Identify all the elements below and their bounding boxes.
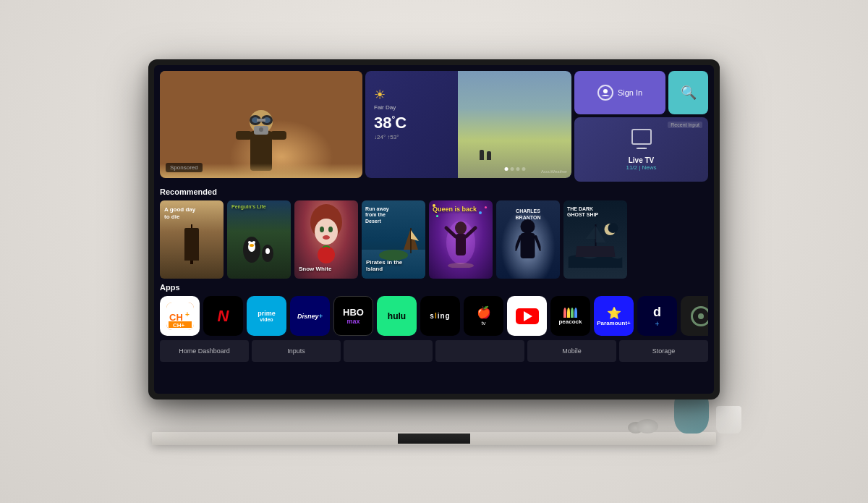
youtube-logo [516, 308, 539, 324]
rec-card-2[interactable]: Penguin's Life [227, 200, 291, 279]
bottom-nav: Home Dashboard Inputs Mobile Storage [154, 337, 714, 365]
livetv-label: Live TV [629, 156, 655, 164]
livetv-channel: 11/2 | News [626, 164, 656, 171]
app-ch[interactable]: CH + CH+ [160, 296, 200, 336]
rec-card-title-5: Queen is back [433, 206, 489, 214]
sling-logo: sling [430, 312, 450, 320]
rec-card-title-7: THE DARKGHOST SHIP [567, 206, 624, 219]
rec-card-art-6 [496, 200, 560, 279]
top-right-row: Sign In 🔍 [574, 71, 708, 114]
nav-home-label: Home Dashboard [179, 347, 230, 355]
app-disney[interactable]: Disney+ [290, 296, 330, 336]
svg-rect-8 [257, 119, 265, 122]
svg-point-22 [252, 241, 255, 244]
rec-card-title-3: Snow White [299, 266, 354, 273]
rec-card-6[interactable]: CHARLESBRANTON [496, 200, 560, 279]
svg-point-29 [320, 227, 324, 232]
signin-label: Sign In [618, 88, 642, 97]
svg-point-37 [455, 221, 467, 234]
app-peacock[interactable]: peacock [550, 296, 590, 336]
rec-card-3[interactable]: Snow White [294, 200, 358, 279]
nav-storage-label: Storage [652, 347, 676, 355]
svg-rect-12 [190, 246, 193, 264]
rec-card-art-2 [227, 200, 291, 279]
svg-point-11 [603, 89, 608, 93]
dot-1 [504, 167, 508, 171]
sponsored-badge: Sponsored [166, 163, 203, 172]
svg-point-23 [250, 244, 254, 247]
svg-point-32 [318, 246, 335, 263]
hbo-logo: HBO max [343, 307, 364, 325]
svg-point-21 [248, 241, 251, 244]
apps-section: Apps CH + [154, 280, 714, 337]
app-hulu[interactable]: hulu [377, 296, 417, 336]
rec-card-5[interactable]: Queen is back [429, 200, 493, 279]
svg-line-45 [536, 237, 541, 250]
recommended-section: Recommended [154, 185, 714, 280]
tv-stand [398, 434, 470, 444]
hero-section: Sponsored ™ 06:30 ☀ Fair Day 38°C ↓24° ↑… [154, 65, 714, 185]
svg-line-44 [516, 237, 521, 250]
app-prime[interactable]: prime video [247, 296, 286, 336]
nav-mobile[interactable]: Mobile [527, 340, 616, 362]
figure-2 [487, 151, 491, 160]
weather-card[interactable]: ™ 06:30 ☀ Fair Day 38°C ↓24° ↑53° [365, 71, 571, 178]
recent-input-label: Recent Input [668, 122, 702, 128]
app-sling[interactable]: sling [420, 296, 460, 336]
app-proton[interactable] [681, 296, 708, 336]
nav-menu3[interactable] [344, 340, 433, 362]
rec-card-title-1: A good dayto die [164, 206, 195, 220]
svg-text:CH: CH [169, 312, 183, 323]
svg-rect-2 [271, 131, 286, 140]
nav-inputs-label: Inputs [287, 347, 305, 355]
svg-point-28 [315, 219, 338, 245]
nav-storage[interactable]: Storage [619, 340, 708, 362]
svg-line-14 [192, 235, 195, 242]
weather-figures [480, 150, 491, 160]
dot-3 [516, 167, 519, 171]
rec-card-title-2: Penguin's Life [231, 204, 286, 210]
svg-point-31 [323, 235, 330, 240]
figure-1 [480, 150, 484, 160]
svg-point-26 [265, 248, 270, 254]
svg-line-16 [192, 230, 195, 237]
nav-menu4[interactable] [435, 340, 524, 362]
weather-landscape: AccuWeather [458, 71, 571, 178]
featured-movie-content [160, 71, 362, 178]
app-appletv[interactable]: 🍎 tv [464, 296, 503, 336]
nav-home-dashboard[interactable]: Home Dashboard [160, 340, 249, 362]
rec-card-subtitle-4: Run awayfrom theDesert [365, 206, 422, 224]
app-paramount[interactable]: ⭐ Paramount+ [594, 296, 634, 336]
rec-card-7[interactable]: THE DARKGHOST SHIP [563, 200, 627, 279]
search-icon: 🔍 [681, 85, 697, 101]
svg-point-50 [608, 223, 618, 233]
recommended-scroll: A good dayto die [160, 200, 708, 279]
right-cards: Sign In 🔍 Recent Input Live TV 11/2 | Ne… [574, 71, 708, 182]
svg-line-15 [189, 232, 192, 237]
rec-card-4[interactable]: Run awayfrom theDesert Pirates in theIsl… [362, 200, 425, 279]
nav-inputs[interactable]: Inputs [252, 340, 341, 362]
app-hbo[interactable]: HBO max [333, 296, 373, 336]
svg-point-30 [328, 227, 333, 232]
livetv-card[interactable]: Recent Input Live TV 11/2 | News [574, 117, 708, 182]
livetv-monitor-icon [631, 129, 652, 145]
svg-line-13 [188, 237, 192, 246]
tv-frame: Sponsored ™ 06:30 ☀ Fair Day 38°C ↓24° ↑… [148, 59, 720, 400]
app-youtube[interactable] [507, 296, 547, 336]
app-discovery[interactable]: d + [637, 296, 677, 336]
proton-logo [691, 306, 709, 326]
search-card[interactable]: 🔍 [668, 71, 708, 114]
svg-rect-1 [236, 131, 252, 140]
rec-card-title-4: Pirates in theIsland [366, 259, 421, 273]
app-netflix[interactable]: N [203, 296, 243, 336]
svg-marker-47 [596, 226, 606, 242]
featured-movie-card[interactable]: Sponsored [160, 71, 362, 178]
paramount-logo: ⭐ Paramount+ [597, 306, 630, 326]
rec-card-1[interactable]: A good dayto die [160, 200, 224, 279]
weather-attribution: AccuWeather [541, 169, 567, 174]
youtube-play-icon [524, 311, 532, 321]
signin-card[interactable]: Sign In [574, 71, 665, 114]
svg-rect-43 [521, 233, 535, 258]
nav-mobile-label: Mobile [562, 347, 582, 355]
svg-text:+: + [185, 310, 190, 318]
